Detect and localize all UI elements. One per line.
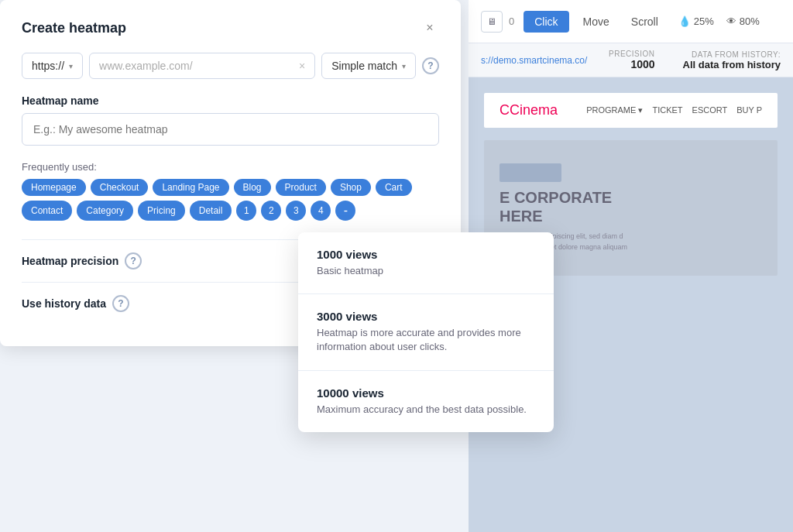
url-input-wrap[interactable]: www.example.com/ × — [89, 53, 315, 79]
site-nav: PROGRAME ▾ TICKET ESCORT BUY P — [586, 105, 762, 115]
drop-icon: 💧 — [678, 15, 691, 27]
url-bar: s://demo.smartcinema.co/ PRECISION 1000 … — [469, 43, 793, 77]
precision-dropdown: 1000 views Basic heatmap 3000 views Heat… — [298, 232, 554, 432]
tags-row: Frequently used: Homepage Checkout Landi… — [22, 158, 439, 221]
dropdown-item-3000[interactable]: 3000 views Heatmap is more accurate and … — [298, 294, 554, 370]
drop-stat: 💧 25% — [678, 15, 714, 27]
precision-block: PRECISION 1000 — [609, 50, 655, 70]
tag-number-4[interactable]: 4 — [311, 201, 331, 221]
nav-buy: BUY P — [736, 105, 762, 115]
dropdown-item-10000[interactable]: 10000 views Maximum accuracy and the bes… — [298, 371, 554, 432]
match-value: Simple match — [331, 60, 397, 72]
tag-cart[interactable]: Cart — [376, 179, 412, 196]
site-header: CCinema PROGRAME ▾ TICKET ESCORT BUY P — [484, 93, 778, 128]
match-select[interactable]: Simple match ▾ — [321, 53, 416, 79]
match-chevron: ▾ — [402, 62, 406, 70]
tag-minus-button[interactable]: - — [335, 201, 355, 221]
hero-badge — [499, 163, 561, 182]
click-button[interactable]: Click — [524, 11, 568, 33]
bg-url-text: s://demo.smartcinema.co/ — [481, 55, 587, 66]
precision-left: Heatmap precision ? — [22, 252, 142, 269]
precision-label: PRECISION — [609, 50, 655, 58]
history-value: All data from history — [683, 59, 781, 70]
move-button[interactable]: Move — [575, 11, 617, 33]
precision-help-icon[interactable]: ? — [125, 252, 142, 269]
dropdown-item-3000-desc: Heatmap is more accurate and provides mo… — [317, 326, 535, 354]
tag-blog[interactable]: Blog — [234, 179, 271, 196]
heatmap-name-input[interactable] — [22, 113, 439, 146]
tag-number-2[interactable]: 2 — [261, 201, 281, 221]
tag-landing-page[interactable]: Landing Page — [153, 179, 228, 196]
history-help-icon[interactable]: ? — [112, 295, 129, 312]
dropdown-item-3000-title: 3000 views — [317, 310, 535, 323]
protocol-value: https:// — [32, 60, 64, 72]
tag-detail[interactable]: Detail — [190, 201, 232, 221]
dropdown-item-10000-desc: Maximum accuracy and the best data possi… — [317, 403, 535, 417]
tag-checkout[interactable]: Checkout — [91, 179, 149, 196]
monitor-icon: 🖥 — [481, 11, 503, 33]
nav-ticket: TICKET — [652, 105, 682, 115]
nav-escort: ESCORT — [692, 105, 728, 115]
precision-label: Heatmap precision — [22, 255, 118, 267]
frequently-used-label: Frequently used: — [22, 158, 97, 173]
tag-category[interactable]: Category — [77, 201, 133, 221]
tag-homepage[interactable]: Homepage — [22, 179, 86, 196]
protocol-chevron: ▾ — [69, 62, 73, 70]
close-button[interactable]: × — [421, 19, 439, 37]
dropdown-item-1000-desc: Basic heatmap — [317, 264, 535, 278]
eye-stat: 👁 80% — [726, 15, 760, 27]
url-clear-icon[interactable]: × — [299, 60, 305, 72]
dropdown-item-10000-title: 10000 views — [317, 386, 535, 400]
hero-title: E CORPORATEHERE — [499, 188, 762, 225]
monitor-count: 0 — [509, 15, 514, 27]
dialog-title: Create heatmap — [22, 20, 126, 36]
tags-wrap: Homepage Checkout Landing Page Blog Prod… — [22, 179, 439, 221]
tag-shop[interactable]: Shop — [331, 179, 371, 196]
url-placeholder: www.example.com/ — [99, 60, 299, 72]
history-block: DATA FROM HISTORY: All data from history — [683, 50, 781, 70]
scroll-button[interactable]: Scroll — [623, 11, 666, 33]
tag-product[interactable]: Product — [276, 179, 326, 196]
tag-contact[interactable]: Contact — [22, 201, 72, 221]
tag-number-1[interactable]: 1 — [236, 201, 256, 221]
history-label: DATA FROM HISTORY: — [683, 50, 781, 59]
precision-number: 1000 — [609, 58, 655, 70]
url-row: https:// ▾ www.example.com/ × Simple mat… — [22, 53, 439, 79]
protocol-select[interactable]: https:// ▾ — [22, 53, 83, 79]
eye-value: 80% — [740, 15, 760, 27]
eye-icon: 👁 — [726, 15, 736, 27]
site-logo: CCinema — [499, 102, 558, 118]
toolbar: 🖥 0 Click Move Scroll 💧 25% 👁 80% — [469, 0, 793, 43]
tag-pricing[interactable]: Pricing — [138, 201, 185, 221]
nav-programe: PROGRAME ▾ — [586, 105, 643, 115]
drop-value: 25% — [694, 15, 714, 27]
match-help-icon[interactable]: ? — [422, 57, 439, 74]
dropdown-item-1000[interactable]: 1000 views Basic heatmap — [298, 232, 554, 294]
heatmap-name-label: Heatmap name — [22, 94, 439, 107]
history-label: Use history data — [22, 297, 106, 310]
dropdown-item-1000-title: 1000 views — [317, 248, 535, 261]
dialog-header: Create heatmap × — [22, 19, 439, 37]
tag-number-3[interactable]: 3 — [286, 201, 306, 221]
